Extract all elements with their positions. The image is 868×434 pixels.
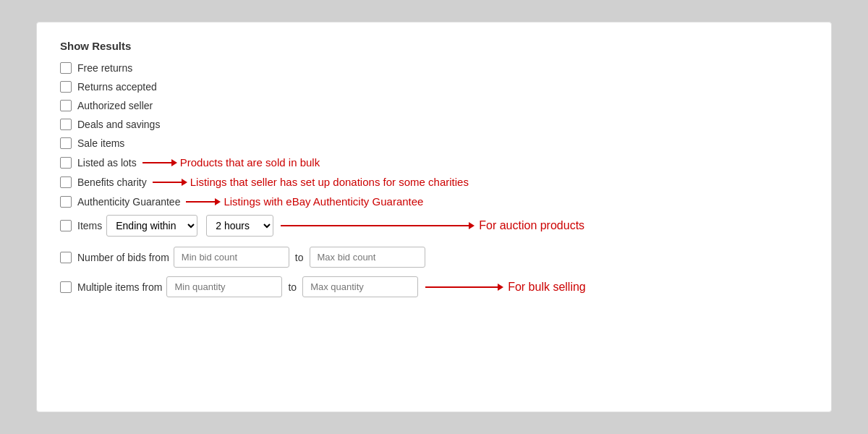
qty-annotation: For bulk selling	[425, 281, 586, 294]
qty-checkbox[interactable]	[60, 281, 72, 293]
qty-arrow-line	[425, 286, 498, 288]
bid-checkbox[interactable]	[60, 252, 72, 263]
returns-accepted-label: Returns accepted	[77, 81, 157, 93]
benefits-charity-label: Benefits charity	[77, 176, 147, 188]
benefits-charity-checkbox[interactable]	[60, 176, 72, 188]
checkbox-row-authorized-seller: Authorized seller	[60, 100, 808, 111]
checkbox-row-listed-as-lots: Listed as lots Products that are sold in…	[60, 156, 808, 169]
deals-savings-label: Deals and savings	[77, 119, 160, 130]
listed-as-lots-checkbox[interactable]	[60, 157, 72, 169]
items-label: Items	[77, 220, 102, 231]
items-row: Items Ending within Starting within 2 ho…	[60, 215, 808, 237]
max-bid-input[interactable]	[310, 247, 425, 268]
sale-items-label: Sale items	[77, 137, 124, 149]
authorized-seller-label: Authorized seller	[77, 100, 153, 111]
items-arrow-head	[469, 222, 475, 229]
qty-row: Multiple items from to For bulk selling	[60, 276, 808, 297]
items-annotation-text: For auction products	[479, 219, 584, 232]
filter-card: Show Results Free returns Returns accept…	[36, 22, 832, 412]
checkbox-row-authenticity-guarantee: Authenticity Guarantee Listings with eBa…	[60, 195, 808, 208]
section-title: Show Results	[60, 40, 808, 52]
benefits-charity-annotation: Listings that seller has set up donation…	[153, 176, 469, 188]
authenticity-guarantee-checkbox[interactable]	[60, 196, 72, 208]
ending-within-select[interactable]: Ending within Starting within	[106, 215, 197, 237]
bid-label: Number of bids from	[77, 252, 169, 263]
checkbox-row-benefits-charity: Benefits charity Listings that seller ha…	[60, 176, 808, 188]
arrow-head-auth	[215, 198, 221, 205]
arrow-head-charity	[182, 179, 187, 186]
authorized-seller-checkbox[interactable]	[60, 100, 72, 111]
items-arrow-line	[281, 225, 469, 226]
min-bid-input[interactable]	[174, 247, 289, 268]
items-checkbox[interactable]	[60, 220, 72, 231]
checkbox-row-free-returns: Free returns	[60, 62, 808, 74]
qty-to-label: to	[288, 281, 297, 293]
listed-as-lots-label: Listed as lots	[77, 157, 137, 169]
sale-items-checkbox[interactable]	[60, 137, 72, 149]
checkbox-row-deals-savings: Deals and savings	[60, 119, 808, 130]
checkbox-row-sale-items: Sale items	[60, 137, 808, 149]
authenticity-guarantee-annotation: Listings with eBay Authenticity Guarante…	[186, 195, 423, 208]
arrow-line-lots	[142, 162, 171, 163]
items-arrow: For auction products	[281, 219, 584, 232]
arrow-line-auth	[186, 201, 215, 203]
bid-row: Number of bids from to	[60, 247, 808, 268]
lots-annotation-text: Products that are sold in bulk	[180, 156, 320, 169]
arrow-head-lots	[171, 159, 177, 166]
returns-accepted-checkbox[interactable]	[60, 81, 72, 93]
qty-arrow-head	[498, 284, 503, 291]
checkbox-row-returns-accepted: Returns accepted	[60, 81, 808, 93]
deals-savings-checkbox[interactable]	[60, 119, 72, 130]
authenticity-guarantee-label: Authenticity Guarantee	[77, 196, 180, 208]
listed-as-lots-annotation: Products that are sold in bulk	[142, 156, 320, 169]
max-qty-input[interactable]	[302, 276, 418, 297]
min-qty-input[interactable]	[166, 276, 282, 297]
auth-annotation-text: Listings with eBay Authenticity Guarante…	[224, 195, 423, 208]
arrow-line-charity	[153, 182, 182, 183]
charity-annotation-text: Listings that seller has set up donation…	[190, 176, 469, 188]
qty-annotation-text: For bulk selling	[508, 281, 586, 294]
hours-select[interactable]: 2 hours 4 hours 8 hours 24 hours	[206, 215, 273, 237]
free-returns-checkbox[interactable]	[60, 62, 72, 74]
bid-to-label: to	[295, 252, 304, 263]
free-returns-label: Free returns	[77, 62, 132, 74]
qty-label: Multiple items from	[77, 281, 162, 293]
